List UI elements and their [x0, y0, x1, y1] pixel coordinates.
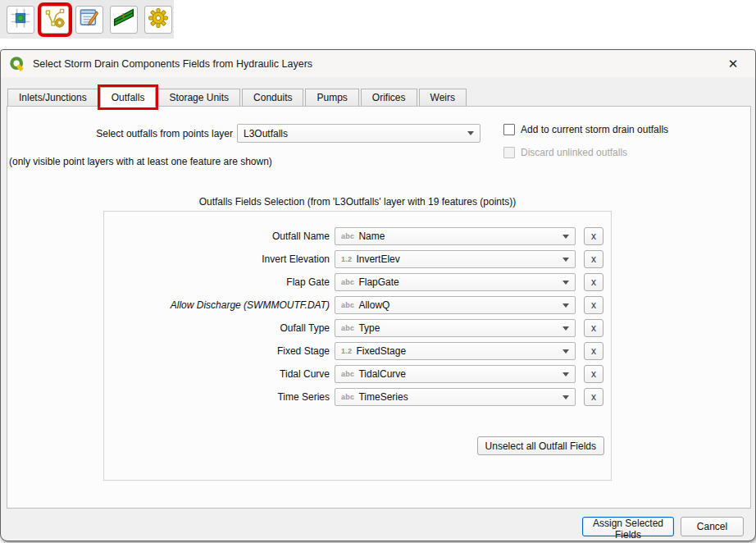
cancel-button[interactable]: Cancel [681, 517, 744, 536]
chevron-down-icon [562, 326, 569, 331]
checkbox-icon[interactable] [503, 124, 515, 135]
visible-layers-note: (only visible point layers with at least… [9, 156, 272, 167]
field-value: Name [358, 230, 385, 242]
form-edit-icon [79, 7, 100, 32]
levee-profile-icon [113, 7, 134, 32]
close-icon[interactable]: ✕ [716, 52, 750, 76]
field-type-icon: 1.2 [341, 255, 352, 263]
tab-conduits[interactable]: Conduits [242, 89, 303, 107]
chevron-down-icon [562, 303, 569, 308]
layer-select-label: Select outfalls from points layer [7, 128, 233, 139]
field-combobox[interactable]: abc FlapGate [335, 273, 576, 291]
points-layer-value: L3Outfalls [244, 128, 288, 139]
field-type-icon: abc [341, 393, 354, 401]
checkbox-label: Discard unlinked outfalls [521, 147, 627, 158]
field-value: AllowQ [358, 299, 389, 311]
tab-storage-units[interactable]: Storage Units [157, 89, 240, 107]
chevron-down-icon [562, 258, 569, 262]
field-type-icon: abc [341, 232, 354, 240]
checkbox-icon [503, 147, 515, 158]
tab-weirs[interactable]: Weirs [419, 89, 467, 107]
field-combobox[interactable]: abc Name [335, 227, 576, 245]
clear-field-button[interactable]: x [584, 388, 603, 406]
field-row: Time Series abc TimeSeries x [104, 386, 611, 408]
qgis-toolbar [0, 0, 174, 39]
storm-drain-fields-dialog: Select Storm Drain Components Fields fro… [0, 49, 756, 541]
fields-selection-group-title: Outfalls Fields Selection (from 'L3Outfa… [103, 196, 612, 208]
field-value: TidalCurve [358, 368, 406, 380]
field-type-icon: abc [341, 301, 354, 309]
field-combobox[interactable]: abc AllowQ [335, 296, 576, 314]
clear-field-button[interactable]: x [584, 250, 603, 268]
field-rows: Outfall Name abc Name x Invert Elevation… [104, 225, 611, 408]
field-type-icon: abc [341, 324, 354, 332]
clear-field-button[interactable]: x [584, 273, 603, 291]
cross-section-button[interactable] [110, 6, 138, 34]
chevron-down-icon [562, 372, 569, 376]
dialog-titlebar[interactable]: Select Storm Drain Components Fields fro… [1, 50, 755, 77]
field-label: Outfall Name [104, 230, 330, 242]
field-row: Allow Discharge (SWMMOUTF.DAT) abc Allow… [104, 294, 611, 317]
checkbox-label: Add to current storm drain outfalls [521, 124, 668, 135]
field-combobox[interactable]: 1.2 FixedStage [335, 342, 576, 360]
field-label: Allow Discharge (SWMMOUTF.DAT) [104, 299, 330, 311]
chevron-down-icon [467, 131, 474, 135]
field-label: Oufall Type [104, 322, 330, 334]
field-label: Invert Elevation [104, 253, 330, 265]
field-row: Oufall Type abc Type x [104, 317, 611, 340]
tab-bar: Inlets/JunctionsOutfallsStorage UnitsCon… [7, 85, 468, 107]
dialog-title: Select Storm Drain Components Fields fro… [33, 58, 312, 70]
field-value: FlapGate [358, 276, 398, 288]
tab-pumps[interactable]: Pumps [305, 89, 358, 107]
field-type-icon: 1.2 [341, 347, 352, 355]
storm-drain-schema-icon [44, 7, 66, 32]
chevron-down-icon [562, 349, 569, 354]
grid-icon [10, 7, 31, 32]
unselect-all-button[interactable]: Unselect all Outfall Fields [477, 436, 604, 455]
field-value: FixedStage [356, 345, 406, 357]
clear-field-button[interactable]: x [584, 319, 603, 337]
settings-button[interactable] [144, 6, 172, 34]
field-row: Outfall Name abc Name x [104, 225, 611, 248]
clear-field-button[interactable]: x [584, 227, 603, 245]
field-combobox[interactable]: abc Type [335, 319, 576, 337]
add-to-current-outfalls-checkbox[interactable]: Add to current storm drain outfalls [503, 124, 668, 135]
tab-orifices[interactable]: Orifices [361, 89, 417, 107]
field-combobox[interactable]: abc TidalCurve [335, 365, 576, 383]
grid-tool-button[interactable] [7, 6, 34, 34]
fields-selection-groupbox: Outfall Name abc Name x Invert Elevation… [103, 211, 612, 481]
field-combobox[interactable]: abc TimeSeries [335, 388, 576, 406]
field-row: Invert Elevation 1.2 InvertElev x [104, 248, 611, 271]
field-label: Flap Gate [104, 276, 330, 288]
chevron-down-icon [562, 235, 569, 239]
field-type-icon: abc [341, 370, 354, 378]
field-row: Tidal Curve abc TidalCurve x [104, 363, 611, 386]
qgis-logo-icon [9, 56, 25, 72]
field-type-icon: abc [341, 278, 354, 286]
chevron-down-icon [562, 281, 569, 285]
tab-inlets-junctions[interactable]: Inlets/Junctions [7, 89, 98, 107]
field-value: TimeSeries [358, 391, 408, 403]
storm-drain-schematize-button[interactable] [41, 6, 69, 34]
clear-field-button[interactable]: x [584, 296, 603, 314]
clear-field-button[interactable]: x [584, 365, 603, 383]
field-label: Tidal Curve [104, 368, 330, 380]
outfalls-tab-panel: Select outfalls from points layer L3Outf… [7, 106, 751, 509]
field-value: Type [358, 322, 380, 334]
gear-icon [148, 7, 169, 32]
points-layer-combobox[interactable]: L3Outfalls [237, 124, 480, 143]
discard-unlinked-outfalls-checkbox: Discard unlinked outfalls [503, 147, 627, 158]
edit-attributes-button[interactable] [75, 6, 103, 34]
field-label: Time Series [104, 391, 330, 403]
clear-field-button[interactable]: x [584, 342, 603, 360]
chevron-down-icon [562, 395, 569, 399]
tab-outfalls[interactable]: Outfalls [100, 87, 157, 107]
field-value: InvertElev [356, 253, 399, 265]
assign-selected-fields-button[interactable]: Assign Selected Fields [582, 517, 674, 536]
field-row: Fixed Stage 1.2 FixedStage x [104, 340, 611, 363]
field-combobox[interactable]: 1.2 InvertElev [335, 250, 576, 268]
field-row: Flap Gate abc FlapGate x [104, 271, 611, 294]
field-label: Fixed Stage [104, 345, 330, 357]
